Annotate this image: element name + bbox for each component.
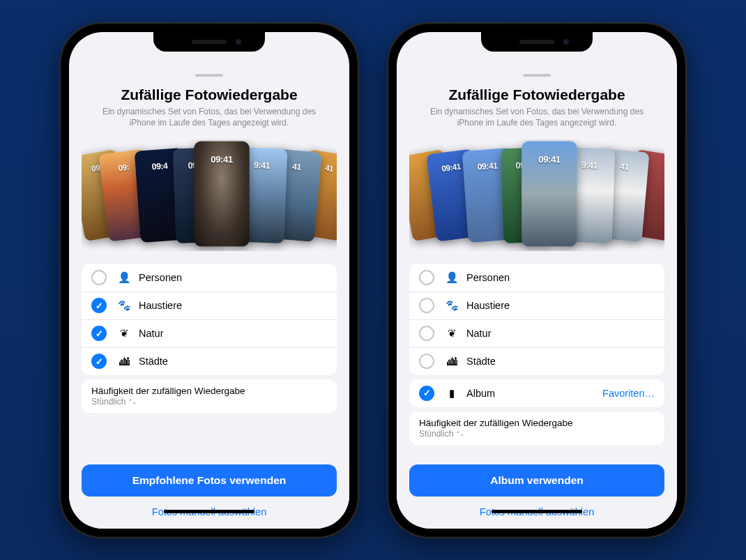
category-label: Personen bbox=[139, 272, 182, 283]
category-row-natur[interactable]: ❦ Natur bbox=[409, 319, 664, 347]
sheet: Zufällige Fotowiedergabe Ein dynamisches… bbox=[69, 66, 349, 529]
frequency-group: Häufigkeit der zufälligen Wiedergabe Stü… bbox=[409, 411, 664, 445]
category-row-staedte[interactable]: 🏙 Städte bbox=[409, 347, 664, 375]
check-icon[interactable] bbox=[419, 326, 434, 341]
city-icon: 🏙 bbox=[444, 356, 459, 368]
sheet-grabber[interactable] bbox=[195, 74, 223, 77]
notch bbox=[481, 32, 593, 52]
sheet-title: Zufällige Fotowiedergabe bbox=[397, 86, 677, 103]
sheet-subtitle: Ein dynamisches Set von Fotos, das bei V… bbox=[397, 103, 677, 128]
category-row-personen[interactable]: 👤 Personen bbox=[82, 264, 337, 292]
category-list: 👤 Personen 🐾 Haustiere ❦ Natur bbox=[82, 264, 337, 375]
check-icon[interactable] bbox=[91, 326, 107, 341]
frequency-value: Stündlich⌃⌄ bbox=[91, 397, 327, 407]
phone-mockup-right: Zufällige Fotowiedergabe Ein dynamisches… bbox=[387, 22, 687, 538]
check-icon[interactable] bbox=[419, 386, 434, 401]
wallpaper-preview-strip: 09 09: 09:4 09:41 09:41 9:41 41 41 bbox=[82, 139, 337, 251]
category-list: 👤 Personen 🐾 Haustiere ❦ Natur bbox=[409, 264, 664, 375]
check-icon[interactable] bbox=[91, 270, 107, 285]
category-label: Haustiere bbox=[139, 300, 182, 311]
leaf-icon: ❦ bbox=[116, 327, 132, 340]
frequency-label: Häufigkeit der zufälligen Wiedergabe bbox=[419, 418, 655, 429]
check-icon[interactable] bbox=[419, 354, 434, 369]
sheet-subtitle: Ein dynamisches Set von Fotos, das bei V… bbox=[69, 103, 349, 128]
use-recommended-button[interactable]: Empfohlene Fotos verwenden bbox=[82, 464, 337, 497]
choose-manually-link[interactable]: Fotos manuell auswählen bbox=[397, 497, 677, 519]
frequency-row[interactable]: Häufigkeit der zufälligen Wiedergabe Stü… bbox=[82, 379, 337, 413]
chevron-up-down-icon: ⌃⌄ bbox=[128, 398, 136, 405]
check-icon[interactable] bbox=[419, 270, 434, 285]
frequency-group: Häufigkeit der zufälligen Wiedergabe Stü… bbox=[82, 379, 337, 413]
category-row-natur[interactable]: ❦ Natur bbox=[82, 319, 337, 347]
album-label: Album bbox=[466, 388, 495, 399]
preview-card-center: 09:41 bbox=[522, 141, 577, 246]
album-row[interactable]: ▮ Album Favoriten… bbox=[409, 379, 664, 407]
screen: Zufällige Fotowiedergabe Ein dynamisches… bbox=[69, 32, 349, 529]
category-row-staedte[interactable]: 🏙 Städte bbox=[82, 347, 337, 375]
check-icon[interactable] bbox=[91, 354, 107, 369]
category-label: Haustiere bbox=[466, 300, 510, 311]
frequency-label: Häufigkeit der zufälligen Wiedergabe bbox=[91, 386, 327, 397]
sheet-grabber[interactable] bbox=[523, 74, 551, 77]
category-row-personen[interactable]: 👤 Personen bbox=[409, 264, 664, 292]
notch bbox=[153, 32, 265, 52]
sheet-title: Zufällige Fotowiedergabe bbox=[69, 86, 349, 103]
check-icon[interactable] bbox=[419, 298, 434, 313]
home-indicator[interactable] bbox=[492, 510, 582, 513]
screen: Zufällige Fotowiedergabe Ein dynamisches… bbox=[397, 32, 677, 529]
category-row-haustiere[interactable]: 🐾 Haustiere bbox=[82, 292, 337, 319]
person-icon: 👤 bbox=[444, 271, 459, 284]
frequency-value: Stündlich⌃⌄ bbox=[419, 429, 655, 439]
wallpaper-preview-strip: 09:41 09:41 09:41 09:41 9:41 41 bbox=[409, 139, 664, 251]
paw-icon: 🐾 bbox=[444, 299, 459, 312]
album-group: ▮ Album Favoriten… bbox=[409, 379, 664, 407]
album-icon: ▮ bbox=[444, 387, 459, 400]
city-icon: 🏙 bbox=[116, 356, 132, 368]
phone-mockup-left: Zufällige Fotowiedergabe Ein dynamisches… bbox=[59, 22, 359, 538]
chevron-up-down-icon: ⌃⌄ bbox=[455, 430, 464, 437]
album-value[interactable]: Favoriten… bbox=[602, 388, 655, 399]
frequency-row[interactable]: Häufigkeit der zufälligen Wiedergabe Stü… bbox=[409, 411, 664, 445]
category-label: Personen bbox=[466, 272, 510, 283]
leaf-icon: ❦ bbox=[444, 327, 459, 340]
paw-icon: 🐾 bbox=[116, 299, 132, 312]
choose-manually-link[interactable]: Fotos manuell auswählen bbox=[69, 497, 349, 519]
use-album-button[interactable]: Album verwenden bbox=[409, 464, 664, 497]
person-icon: 👤 bbox=[116, 271, 132, 284]
check-icon[interactable] bbox=[91, 298, 107, 313]
home-indicator[interactable] bbox=[164, 510, 254, 513]
category-label: Städte bbox=[139, 356, 168, 367]
category-label: Städte bbox=[466, 356, 496, 367]
preview-card-center: 09:41 bbox=[194, 141, 250, 246]
sheet: Zufällige Fotowiedergabe Ein dynamisches… bbox=[397, 66, 677, 529]
category-label: Natur bbox=[139, 328, 163, 339]
category-label: Natur bbox=[466, 328, 491, 339]
category-row-haustiere[interactable]: 🐾 Haustiere bbox=[409, 292, 664, 319]
